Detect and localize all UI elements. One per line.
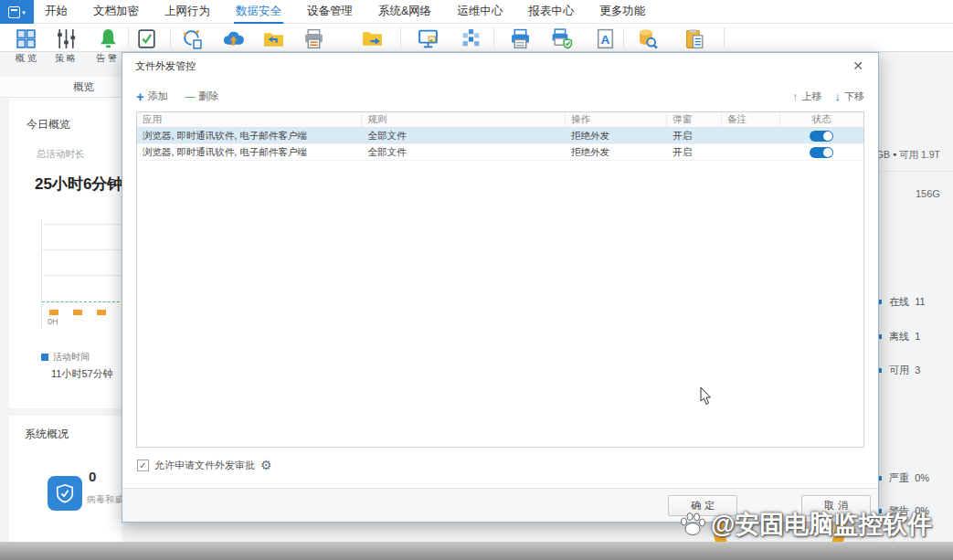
approval-checkbox[interactable]: ✓ [137, 460, 149, 471]
main-menu: 开始 文档加密 上网行为 数据安全 设备管理 系统&网络 运维中心 报表中心 更… [43, 0, 647, 24]
ribbon-toolbar: A [0, 24, 953, 52]
document-watermark-icon: A [594, 27, 617, 50]
divider [873, 171, 953, 172]
delete-button[interactable]: ─ 删除 [185, 90, 219, 103]
menu-item-doc-encrypt[interactable]: 文档加密 [91, 0, 141, 24]
table-row[interactable]: 浏览器, 即时通讯软件, 电子邮件客户端 全部文件 拒绝外发 开启 [137, 128, 863, 144]
mouse-cursor [700, 387, 713, 406]
col-remark[interactable]: 备注 [722, 112, 780, 127]
system-section-title: 系统概况 [25, 427, 69, 442]
folder-forward-button[interactable] [357, 26, 386, 51]
disk-free: 可用 1.9T [899, 149, 940, 160]
watermark: @安固电脑监控软件 [678, 508, 932, 541]
tab-overview[interactable]: 概览 [73, 80, 94, 94]
menu-item-start[interactable]: 开始 [43, 0, 69, 24]
total-activity-value: 25小时6分钟 [35, 174, 122, 195]
col-action[interactable]: 操作 [566, 112, 667, 127]
overview-button[interactable] [11, 26, 40, 51]
screen-watermark-button[interactable] [456, 26, 485, 51]
screen-monitor-icon [417, 27, 439, 50]
approval-option: ✓ 允许申请文件外发审批 ⚙ [137, 458, 272, 472]
col-popup[interactable]: 弹窗 [667, 112, 722, 127]
cell-rule: 全部文件 [362, 130, 566, 143]
plus-icon: + [136, 91, 144, 102]
paw-icon [678, 510, 707, 539]
stat-available: 可用 3 [889, 364, 920, 377]
shield-check-icon [55, 483, 75, 503]
status-toggle[interactable] [810, 131, 833, 142]
col-application[interactable]: 应用 [137, 112, 362, 127]
overview-label: 概览 [16, 52, 39, 65]
approval-button[interactable] [132, 26, 161, 51]
toolbar-separator [724, 27, 725, 48]
chart-bar [73, 310, 82, 315]
cell-popup: 开启 [667, 130, 722, 143]
print-security-button[interactable] [546, 26, 576, 51]
minus-icon: ─ [185, 92, 196, 101]
rules-table: 应用 规则 操作 弹窗 备注 状态 浏览器, 即时通讯软件, 电子邮件客户端 全… [136, 111, 864, 448]
col-rule[interactable]: 规则 [362, 112, 566, 127]
chart-x-tick: 0H [48, 317, 58, 326]
move-down-button[interactable]: ↓ 下移 [835, 90, 865, 103]
toolbar-separator [493, 27, 494, 48]
table-row[interactable]: 浏览器, 即时通讯软件, 电子邮件客户端 全部文件 拒绝外发 开启 [137, 144, 863, 161]
menu-item-web-behavior[interactable]: 上网行为 [163, 0, 212, 24]
screen-monitor-button[interactable] [413, 26, 442, 51]
print-document-button[interactable] [299, 26, 328, 51]
cloud-upload-button[interactable] [218, 26, 248, 51]
folder-return-button[interactable] [259, 26, 288, 51]
toolbar-separator [400, 27, 401, 48]
toolbar-separator [623, 27, 624, 48]
chevron-down-icon: ▾ [22, 9, 26, 16]
bottom-strip [0, 542, 953, 560]
cell-app: 浏览器, 即时通讯软件, 电子邮件客户端 [137, 146, 362, 159]
stat-online: 在线 11 [889, 295, 926, 309]
policy-button[interactable] [51, 26, 80, 51]
menu-item-ops-center[interactable]: 运维中心 [455, 0, 504, 24]
legend-label: 活动时间 [53, 351, 90, 364]
menu-bar: ▾ 开始 文档加密 上网行为 数据安全 设备管理 系统&网络 运维中心 报表中心… [0, 0, 953, 24]
policy-label: 策略 [55, 52, 79, 65]
alert-button[interactable] [93, 26, 122, 51]
dialog-toolbar: + 添加 ─ 删除 ↑ 上移 ↓ 下移 [136, 90, 864, 108]
printer-button[interactable] [505, 26, 535, 51]
table-header: 应用 规则 操作 弹窗 备注 状态 [137, 112, 863, 128]
approval-check-icon [135, 27, 158, 50]
app-menu-button[interactable]: ▾ [0, 0, 34, 24]
status-toggle[interactable] [810, 147, 833, 158]
menu-item-report-center[interactable]: 报表中心 [526, 0, 576, 24]
watermark-text: @安固电脑监控软件 [711, 508, 932, 541]
move-up-button[interactable]: ↑ 上移 [792, 90, 822, 103]
total-activity-label: 总活动时长 [37, 148, 85, 161]
disk-usage-text: 5GB ● 可用 1.9T [871, 149, 940, 162]
alert-label: 告警 [96, 52, 120, 65]
move-up-label: 上移 [802, 90, 822, 103]
close-icon[interactable]: ✕ [849, 57, 867, 75]
dialog-title: 文件外发管控 [135, 59, 196, 73]
add-button[interactable]: + 添加 [136, 90, 168, 103]
database-search-button[interactable] [632, 26, 662, 51]
clipboard-paste-button[interactable] [680, 26, 709, 51]
gear-icon[interactable]: ⚙ [260, 458, 272, 472]
antivirus-card [48, 476, 82, 511]
col-status[interactable]: 状态 [780, 112, 863, 127]
page-tab-bar: 概览 [0, 77, 122, 98]
sync-refresh-icon [181, 27, 204, 50]
menu-item-system-network[interactable]: 系统&网络 [376, 0, 433, 24]
menu-item-device-mgmt[interactable]: 设备管理 [305, 0, 355, 24]
activity-chart: 0H [41, 219, 123, 329]
print-document-icon [302, 27, 325, 50]
folder-return-icon [262, 27, 285, 50]
menu-item-more[interactable]: 更多功能 [598, 0, 647, 24]
chart-bar [97, 310, 106, 315]
sync-button[interactable] [177, 26, 206, 51]
cell-action: 拒绝外发 [566, 130, 667, 143]
policy-sliders-icon [55, 27, 78, 50]
arrow-down-icon: ↓ [835, 90, 842, 103]
move-down-label: 下移 [844, 90, 864, 103]
cell-popup: 开启 [667, 146, 722, 159]
menu-item-data-security[interactable]: 数据安全 [234, 0, 283, 24]
document-watermark-button[interactable]: A [590, 26, 619, 51]
add-label: 添加 [148, 90, 168, 103]
approval-label: 允许申请文件外发审批 [154, 459, 255, 472]
